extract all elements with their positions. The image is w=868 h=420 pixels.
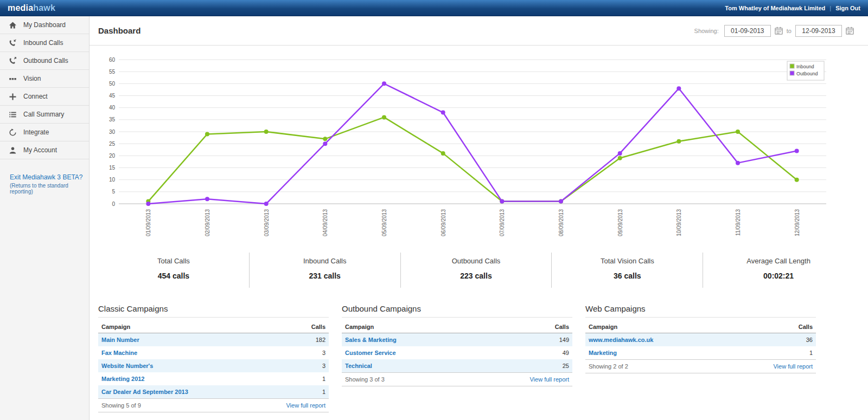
- sidebar-item-connect[interactable]: Connect: [0, 88, 89, 106]
- svg-text:15: 15: [109, 165, 116, 171]
- table-row: Sales & Marketing149: [342, 333, 572, 346]
- sidebar-item-label: Integrate: [23, 128, 49, 136]
- to-label: to: [787, 28, 792, 34]
- logo-hawk: hawk: [33, 3, 55, 12]
- svg-text:5: 5: [112, 189, 115, 195]
- view-full-report-link[interactable]: View full report: [773, 363, 813, 370]
- campaign-link[interactable]: Marketing 2012: [101, 376, 144, 382]
- view-full-report-link[interactable]: View full report: [529, 376, 569, 383]
- sidebar-item-vision[interactable]: Vision: [0, 70, 89, 88]
- stat-label: Inbound Calls: [250, 257, 400, 265]
- svg-text:45: 45: [109, 93, 116, 99]
- table-row: Car Dealer Ad September 20131: [98, 385, 329, 398]
- campaign-calls: 3: [322, 350, 326, 356]
- main-content: Dashboard Showing: to 051015202530354045…: [90, 16, 868, 420]
- exit-beta-link[interactable]: Exit Mediahawk 3 BETA?: [10, 173, 89, 181]
- campaign-link[interactable]: Main Number: [101, 337, 139, 343]
- table-row: Fax Machine3: [98, 346, 329, 359]
- sign-out-link[interactable]: Sign Out: [835, 5, 860, 11]
- campaign-calls: 3: [322, 363, 326, 369]
- stat-value: 00:02:21: [703, 272, 854, 280]
- campaign-calls: 36: [806, 337, 813, 343]
- table-header-row: CampaignCalls: [585, 321, 816, 333]
- exit-beta-note: (Returns to the standard reporting): [10, 183, 89, 195]
- svg-text:09/09/2013: 09/09/2013: [617, 209, 623, 236]
- svg-text:30: 30: [109, 129, 116, 135]
- campaign-link[interactable]: Marketing: [589, 350, 617, 356]
- campaign-calls: 25: [563, 363, 569, 369]
- stat-cell: Total Vision Calls36 calls: [552, 253, 703, 288]
- mediahawk-logo[interactable]: mediahawk: [8, 3, 55, 13]
- svg-text:06/09/2013: 06/09/2013: [441, 209, 446, 236]
- campaign-table: Web CampaignsCampaignCallswww.mediahawk.…: [585, 304, 816, 412]
- col-calls: Calls: [555, 324, 569, 330]
- view-full-report-link[interactable]: View full report: [286, 402, 326, 409]
- svg-text:25: 25: [109, 141, 116, 147]
- campaign-link[interactable]: www.mediahawk.co.uk: [589, 337, 653, 343]
- sidebar-item-list[interactable]: Call Summary: [0, 106, 89, 124]
- stat-value: 223 calls: [401, 272, 552, 280]
- svg-text:10: 10: [109, 177, 116, 183]
- calls-chart: 05101520253035404550556001/09/201302/09/…: [98, 51, 868, 244]
- date-to-input[interactable]: [795, 25, 842, 37]
- sidebar-item-refresh[interactable]: Integrate: [0, 124, 89, 141]
- campaign-link[interactable]: Fax Machine: [101, 350, 137, 356]
- svg-text:55: 55: [109, 69, 116, 75]
- calendar-icon[interactable]: [846, 27, 854, 35]
- campaign-calls: 1: [809, 350, 813, 356]
- table-row: Technical25: [342, 359, 572, 372]
- table-footer-row: Showing 5 of 9View full report: [98, 398, 329, 412]
- logo-media: media: [8, 3, 33, 12]
- campaign-link[interactable]: Website Number's: [101, 363, 153, 369]
- sidebar-menu: My DashboardInbound CallsOutbound CallsV…: [0, 16, 89, 159]
- stats-row: Total Calls454 callsInbound Calls231 cal…: [98, 253, 854, 288]
- stat-cell: Total Calls454 calls: [98, 253, 250, 288]
- sidebar-item-phone-outbound[interactable]: Outbound Calls: [0, 52, 89, 70]
- campaign-table-title: Outbound Campaigns: [342, 304, 572, 318]
- svg-text:Inbound: Inbound: [796, 64, 814, 69]
- svg-text:02/09/2013: 02/09/2013: [205, 209, 210, 236]
- table-footer-row: Showing 3 of 3View full report: [342, 372, 572, 386]
- campaign-table: Classic CampaignsCampaignCallsMain Numbe…: [98, 304, 329, 412]
- showing-count: Showing 2 of 2: [589, 363, 628, 370]
- sidebar-item-label: Outbound Calls: [23, 57, 68, 64]
- date-from-input[interactable]: [724, 25, 771, 37]
- campaign-calls: 149: [559, 337, 569, 343]
- table-header-row: CampaignCalls: [342, 321, 572, 333]
- table-header-row: CampaignCalls: [98, 321, 329, 333]
- showing-label: Showing:: [694, 28, 719, 34]
- stat-label: Total Vision Calls: [552, 257, 703, 265]
- col-calls: Calls: [311, 324, 326, 330]
- calendar-icon[interactable]: [775, 27, 783, 35]
- exit-beta-block: Exit Mediahawk 3 BETA? (Returns to the s…: [0, 173, 89, 195]
- col-campaign: Campaign: [589, 324, 617, 330]
- campaign-link[interactable]: Sales & Marketing: [345, 337, 397, 343]
- table-row: Marketing 20121: [98, 372, 329, 385]
- campaign-link[interactable]: Technical: [345, 363, 372, 369]
- sidebar-item-label: Connect: [23, 93, 48, 100]
- table-row: Marketing1: [585, 346, 816, 359]
- svg-text:10/09/2013: 10/09/2013: [676, 209, 682, 236]
- svg-text:50: 50: [109, 81, 116, 87]
- svg-text:08/09/2013: 08/09/2013: [558, 209, 564, 236]
- campaign-table-title: Web Campaigns: [585, 304, 816, 318]
- sidebar-item-phone-inbound[interactable]: Inbound Calls: [0, 34, 89, 52]
- campaign-calls: 1: [322, 376, 326, 382]
- svg-text:11/09/2013: 11/09/2013: [735, 209, 741, 236]
- date-range-controls: Showing: to: [694, 25, 854, 37]
- list-icon: [8, 110, 17, 119]
- campaign-calls: 49: [563, 350, 569, 356]
- table-footer-row: Showing 2 of 2View full report: [585, 359, 816, 373]
- topbar-user-area: Tom Whatley of Mediahawk Limited | Sign …: [725, 5, 860, 11]
- campaign-link[interactable]: Car Dealer Ad September 2013: [101, 389, 188, 395]
- vision-icon: [8, 74, 17, 83]
- topbar: mediahawk Tom Whatley of Mediahawk Limit…: [0, 0, 868, 16]
- campaign-link[interactable]: Customer Service: [345, 350, 396, 356]
- phone-inbound-icon: [8, 38, 17, 47]
- sidebar-item-home[interactable]: My Dashboard: [0, 16, 89, 34]
- svg-text:40: 40: [109, 105, 116, 111]
- campaign-calls: 1: [322, 389, 326, 395]
- stat-cell: Average Call Length00:02:21: [703, 253, 854, 288]
- stat-value: 454 calls: [98, 272, 249, 280]
- sidebar-item-person[interactable]: My Account: [0, 141, 89, 159]
